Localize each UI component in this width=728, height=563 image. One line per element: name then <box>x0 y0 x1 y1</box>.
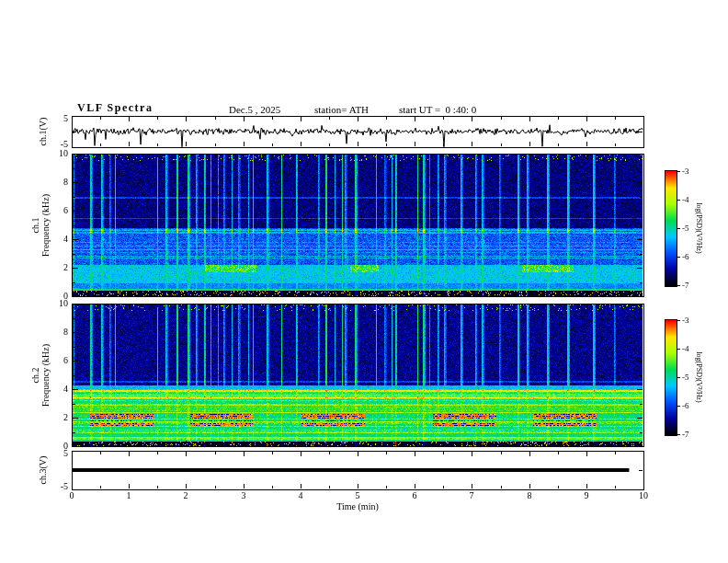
xtick-3: 3 <box>233 491 255 500</box>
ch2-frequency-axis-title: ch.2 Frequency (kHz) <box>30 344 51 407</box>
spec1-ytick-6: 6 <box>44 206 68 215</box>
cb1-tick-neg5: -5 <box>682 224 689 233</box>
plot-canvas <box>0 0 728 563</box>
xtick-1: 1 <box>118 491 140 500</box>
station-label: station= ATH <box>314 104 369 115</box>
xtick-0: 0 <box>61 491 83 500</box>
ch1-frequency-axis-line1: ch.1 <box>30 194 40 257</box>
xtick-10: 10 <box>632 491 654 500</box>
date-label: Dec.5 , 2025 <box>229 104 280 115</box>
vlf-spectra-figure: VLF Spectra Dec.5 , 2025 station= ATH st… <box>0 0 728 563</box>
ch1-frequency-axis-line2: Frequency (kHz) <box>40 194 51 257</box>
cb1-tick-neg6: -6 <box>682 253 689 261</box>
x-axis-title: Time (min) <box>302 501 413 511</box>
cb2-tick-neg5: -5 <box>682 373 689 382</box>
figure-title: VLF Spectra <box>77 102 153 114</box>
ch3-voltage-axis-title: ch.3(V) <box>38 456 48 485</box>
xtick-4: 4 <box>290 491 312 500</box>
cb1-tick-neg7: -7 <box>682 282 689 290</box>
spec2-ytick-8: 8 <box>44 327 68 337</box>
cb2-tick-neg7: -7 <box>682 431 689 439</box>
cb1-tick-neg3: -3 <box>682 167 689 176</box>
xtick-9: 9 <box>575 491 597 500</box>
spec1-ytick-2: 2 <box>44 263 68 272</box>
spec1-ytick-10: 10 <box>44 149 68 158</box>
cb2-tick-neg6: -6 <box>682 402 689 410</box>
spec2-ytick-4: 4 <box>44 385 68 394</box>
ch1-frequency-axis-title: ch.1 Frequency (kHz) <box>30 194 51 257</box>
ch2-frequency-axis-line2: Frequency (kHz) <box>40 344 51 407</box>
spec2-ytick-2: 2 <box>44 413 68 422</box>
cb2-tick-neg3: -3 <box>682 316 689 325</box>
start-ut-label: start UT = 0 :40: 0 <box>399 104 476 115</box>
xtick-2: 2 <box>175 491 197 500</box>
ch1wave-ytick-5: 5 <box>44 114 68 123</box>
spec2-ytick-10: 10 <box>44 299 68 308</box>
xtick-7: 7 <box>461 491 483 500</box>
cb2-axis-title: log(PSD)(V²/Hz) <box>695 351 703 402</box>
cb2-tick-neg4: -4 <box>682 345 689 353</box>
cb1-axis-title: log(PSD)(V²/Hz) <box>695 202 703 253</box>
ch2-frequency-axis-line1: ch.2 <box>30 344 40 407</box>
cb1-tick-neg4: -4 <box>682 196 689 204</box>
spec1-ytick-8: 8 <box>44 178 68 187</box>
xtick-5: 5 <box>347 491 369 500</box>
ch3wave-ytick-neg5: -5 <box>44 482 68 491</box>
spec1-ytick-4: 4 <box>44 235 68 244</box>
xtick-6: 6 <box>404 491 426 500</box>
spec2-ytick-0: 0 <box>44 442 68 451</box>
spec2-ytick-6: 6 <box>44 356 68 365</box>
xtick-8: 8 <box>518 491 540 500</box>
